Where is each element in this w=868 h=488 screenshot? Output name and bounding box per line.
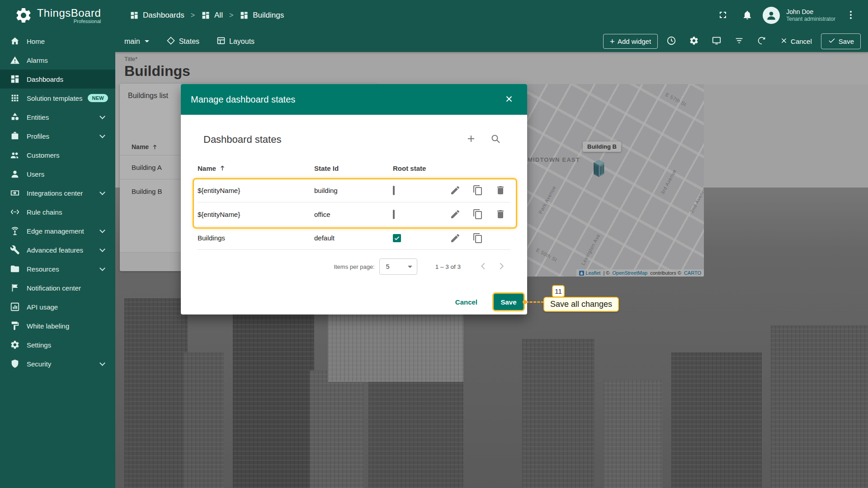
check-icon [828, 37, 836, 46]
breadcrumb-dashboards[interactable]: Dashboards [130, 11, 184, 20]
copy-icon [472, 238, 483, 245]
sidebar-item-label: Integrations center [27, 189, 83, 197]
search-states-button[interactable] [489, 133, 502, 145]
breadcrumb-all[interactable]: All [201, 11, 223, 20]
sidebar-item-label: Notification center [27, 284, 81, 292]
dashboards-grid-icon [201, 11, 210, 20]
sidebar-item-entities[interactable]: Entities [0, 108, 115, 127]
edit-state-button[interactable] [450, 185, 461, 196]
sidebar-item-home[interactable]: Home [0, 32, 115, 51]
dialog-header: Manage dashboard states [181, 84, 527, 115]
sidebar-item-resources[interactable]: Resources [0, 259, 115, 278]
cancel-edit-label: Cancel [791, 38, 812, 45]
delete-state-button[interactable] [495, 209, 506, 220]
layouts-icon [217, 36, 226, 47]
breadcrumb-separator: > [229, 11, 233, 19]
user-info: John Doe Tenant administrator [786, 8, 835, 23]
next-page-button[interactable] [492, 258, 510, 276]
paint-icon [10, 321, 20, 331]
sidebar-item-label: Security [27, 360, 51, 368]
previous-page-button[interactable] [474, 258, 492, 276]
sidebar-item-rule-chains[interactable]: Rule chains [0, 202, 115, 221]
plus-icon [466, 133, 476, 145]
root-state-checkbox-checked[interactable] [393, 234, 401, 242]
notifications-button[interactable] [738, 6, 756, 24]
dialog-tools [465, 133, 502, 145]
save-button[interactable]: Save [494, 294, 524, 310]
fullscreen-button[interactable] [714, 6, 732, 24]
sidebar-item-solution-templates[interactable]: Solution templates NEW [0, 89, 115, 108]
close-dialog-button[interactable] [501, 91, 517, 108]
input-icon [10, 188, 20, 198]
sidebar-item-label: Edge management [27, 227, 84, 235]
states-button[interactable]: States [166, 36, 199, 47]
sidebar-item-api-usage[interactable]: API usage [0, 297, 115, 316]
pencil-icon [450, 238, 461, 245]
duplicate-state-button[interactable] [472, 209, 483, 220]
user-avatar[interactable] [763, 7, 780, 24]
sidebar-item-alarms[interactable]: Alarms [0, 51, 115, 70]
name-column-header[interactable]: Name [198, 164, 314, 172]
search-icon [490, 133, 501, 145]
trash-icon [495, 190, 506, 197]
gear-icon [689, 36, 699, 47]
paginator: Items per page: 5 1 – 3 of 3 [198, 258, 510, 276]
add-state-button[interactable] [465, 133, 477, 145]
page-range-label: 1 – 3 of 3 [435, 263, 461, 270]
chevron-down-icon [99, 132, 105, 138]
sidebar-item-white-labeling[interactable]: White labeling [0, 316, 115, 335]
annotation-step-number: 11 [552, 285, 565, 297]
page-size-select[interactable]: 5 [379, 258, 417, 275]
state-row-default: Buildings default [198, 226, 510, 250]
briefcase-icon [10, 131, 20, 141]
warning-icon [10, 55, 20, 65]
layout-selector[interactable]: main [124, 38, 149, 46]
sidebar-item-edge-management[interactable]: Edge management [0, 221, 115, 240]
shield-icon [10, 359, 20, 369]
add-widget-button[interactable]: + Add widget [603, 34, 658, 49]
root-state-checkbox[interactable] [393, 210, 395, 219]
sidebar-item-security[interactable]: Security [0, 354, 115, 373]
thingsboard-logo-icon [14, 6, 33, 24]
save-dashboard-button[interactable]: Save [821, 33, 861, 49]
sidebar-item-integrations-center[interactable]: Integrations center [0, 183, 115, 202]
root-state-checkbox[interactable] [393, 186, 395, 195]
state-id: default [314, 234, 393, 242]
chevron-down-icon [99, 360, 105, 366]
states-table-header: Name State Id Root state [198, 158, 510, 178]
gear-icon [10, 340, 20, 350]
duplicate-state-button[interactable] [472, 233, 483, 244]
chart-icon [10, 302, 20, 312]
dashboard-settings-button[interactable] [685, 33, 703, 51]
sidebar-item-customers[interactable]: Customers [0, 145, 115, 164]
display-icon [712, 36, 722, 47]
edit-state-button[interactable] [450, 209, 461, 220]
manage-layouts-button[interactable] [708, 33, 726, 51]
edit-state-button[interactable] [450, 233, 461, 244]
cancel-edit-button[interactable]: Cancel [775, 34, 816, 49]
dialog-section-title: Dashboard states [203, 134, 281, 145]
chevron-down-icon [145, 40, 149, 42]
breadcrumb-buildings[interactable]: Buildings [240, 11, 284, 20]
sidebar-item-advanced-features[interactable]: Advanced features [0, 240, 115, 259]
sidebar-item-users[interactable]: Users [0, 164, 115, 183]
layouts-button[interactable]: Layouts [217, 36, 255, 47]
version-history-button[interactable] [753, 33, 771, 51]
sidebar-item-notification-center[interactable]: Notification center [0, 278, 115, 297]
delete-state-button[interactable] [495, 185, 506, 196]
sidebar-item-settings[interactable]: Settings [0, 335, 115, 354]
layout-selector-label: main [124, 38, 140, 46]
kebab-menu-button[interactable] [842, 6, 860, 24]
breadcrumb-separator: > [191, 11, 195, 19]
entity-filter-button[interactable] [730, 33, 748, 51]
cancel-button[interactable]: Cancel [452, 295, 481, 310]
thingsboard-logo[interactable]: ThingsBoard Professional [0, 6, 115, 24]
chevron-left-icon [478, 261, 488, 272]
sidebar-item-profiles[interactable]: Profiles [0, 127, 115, 145]
sidebar-item-label: White labeling [27, 322, 69, 330]
sidebar-item-label: Profiles [27, 132, 49, 140]
sidebar-item-dashboards[interactable]: Dashboards [0, 70, 115, 89]
duplicate-state-button[interactable] [472, 185, 483, 196]
timewindow-button[interactable] [662, 33, 680, 51]
people-icon [10, 150, 20, 160]
